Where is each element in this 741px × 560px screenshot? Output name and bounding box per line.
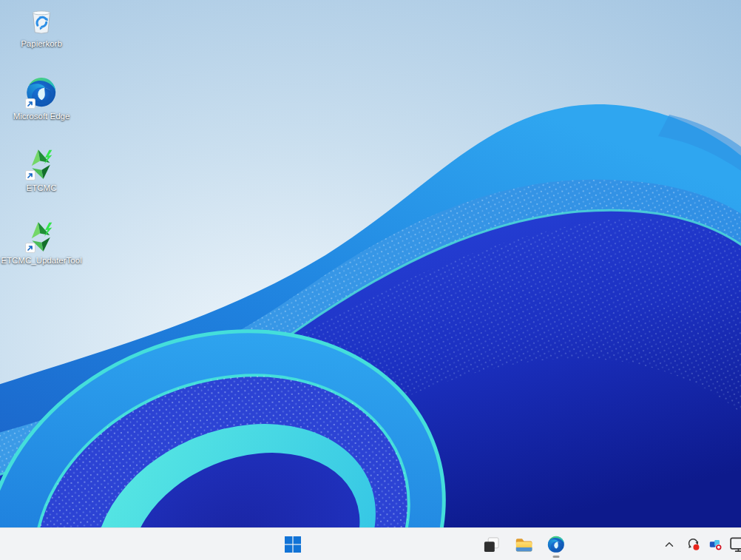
device-status-icon [708,537,723,552]
wallpaper-image [0,0,741,527]
running-indicator [553,556,560,558]
edge-taskbar-button[interactable] [541,530,571,559]
tray-show-hidden-button[interactable] [659,534,680,555]
shortcut-arrow-icon [25,243,35,253]
desktop-icon-etcmc[interactable]: ETCMC [0,147,89,194]
edge-logo-icon [547,535,566,554]
desktop[interactable]: Papierkorb [0,0,741,560]
recycle-bin-icon [24,3,58,37]
chevron-up-icon [663,538,676,551]
task-view-icon [483,536,500,553]
display-network-icon [729,536,741,553]
file-explorer-icon [514,535,534,555]
desktop-icon-label: Papierkorb [21,39,62,50]
tray-sync-pending-button[interactable] [683,534,704,555]
taskbar [0,527,741,560]
start-button[interactable] [278,530,308,559]
windows-logo-icon [284,536,302,553]
desktop-icon-etcmc-updatertool[interactable]: ETCMC_UpdaterTool [0,220,89,266]
desktop-icon-recycle-bin[interactable]: Papierkorb [0,3,89,50]
tray-device-status-button[interactable] [706,534,726,555]
shortcut-arrow-icon [25,170,35,181]
desktop-icon-label: Microsoft Edge [13,112,70,122]
file-explorer-button[interactable] [509,530,538,559]
tray-display-network-button[interactable] [728,534,741,555]
task-view-button[interactable] [476,530,506,559]
shortcut-arrow-icon [25,98,35,109]
desktop-icon-microsoft-edge[interactable]: Microsoft Edge [0,75,89,122]
sync-pending-icon [686,537,701,552]
desktop-icon-label: ETCMC_UpdaterTool [1,256,81,266]
